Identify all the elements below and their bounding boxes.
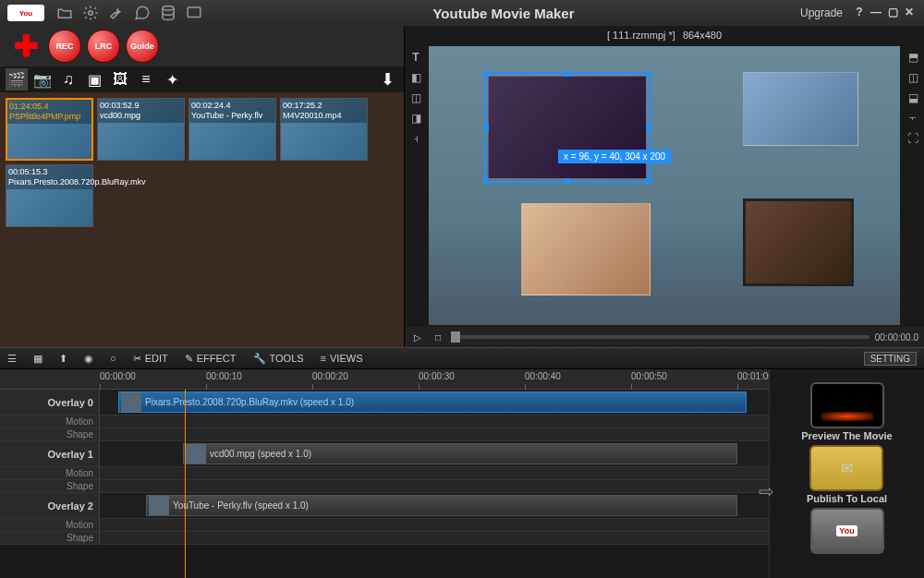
upgrade-link[interactable]: Upgrade bbox=[800, 6, 843, 19]
track-label: Overlay 0 bbox=[0, 390, 100, 415]
track-subrow: Motion bbox=[0, 467, 769, 480]
tools-button[interactable]: 🔧TOOLS bbox=[253, 353, 304, 365]
timeline: 00:00:0000:00:1000:00:2000:00:3000:00:40… bbox=[0, 369, 769, 578]
media-item[interactable]: 00:05:15.3Pixars.Presto.2008.720p.BluRay… bbox=[6, 164, 93, 227]
record-button[interactable]: REC bbox=[48, 30, 81, 63]
preview-movie-icon bbox=[810, 382, 884, 428]
settings-icon[interactable] bbox=[78, 0, 103, 26]
timeline-clip[interactable]: vcd00.mpg (speed x 1.0) bbox=[183, 443, 737, 464]
play-icon[interactable]: ◉ bbox=[84, 353, 93, 365]
close-button[interactable]: ✕ bbox=[902, 6, 917, 20]
selected-overlay[interactable] bbox=[484, 72, 650, 183]
align-left-icon[interactable]: ◧ bbox=[407, 68, 425, 87]
timeline-clip[interactable]: Pixars.Presto.2008.720p.BluRay.mkv (spee… bbox=[118, 391, 747, 413]
track-sublabel: Motion bbox=[0, 519, 100, 531]
track-subcontent[interactable] bbox=[100, 415, 769, 427]
music-tab-icon[interactable]: ♫ bbox=[57, 68, 79, 90]
timeline-clip[interactable]: YouTube - Perky.flv (speed x 1.0) bbox=[146, 495, 737, 516]
effect-button[interactable]: ✎EFFECT bbox=[185, 353, 237, 365]
media-panel: ✚ REC LRC Guide 🎬 📷 ♫ ▣ 🖼 ≡ ✦ ⬇ 01:24:05… bbox=[0, 26, 405, 347]
guide-button[interactable]: Guide bbox=[126, 30, 159, 63]
media-item[interactable]: 00:02:24.4YouTube - Perky.flv bbox=[188, 98, 276, 161]
app-logo: You bbox=[7, 5, 44, 21]
overlay-pic-4[interactable] bbox=[743, 199, 854, 286]
text-tab-icon[interactable]: ▣ bbox=[83, 68, 105, 90]
track-row: Overlay 0 Pixars.Presto.2008.720p.BluRay… bbox=[0, 390, 769, 415]
window-controls: ? — ▢ ✕ bbox=[852, 6, 917, 20]
track-sublabel: Shape bbox=[0, 480, 100, 492]
play-button[interactable]: ▷ bbox=[410, 330, 425, 344]
effects-tab-icon[interactable]: ✦ bbox=[161, 68, 183, 90]
image-tab-icon[interactable]: 🖼 bbox=[109, 68, 131, 90]
lrc-button[interactable]: LRC bbox=[87, 30, 120, 63]
align-right-icon[interactable]: ◨ bbox=[407, 109, 425, 127]
record-icon[interactable]: ○ bbox=[110, 353, 116, 364]
align-top-icon[interactable]: ⬒ bbox=[904, 48, 922, 66]
grid-icon[interactable]: ▦ bbox=[33, 353, 43, 365]
views-button[interactable]: ≡VIEWS bbox=[321, 353, 363, 364]
distribute-v-icon[interactable]: ⫟ bbox=[904, 109, 922, 127]
track-content[interactable]: vcd00.mpg (speed x 1.0) bbox=[100, 441, 769, 466]
add-button[interactable]: ✚ bbox=[9, 30, 43, 63]
expand-icon[interactable]: ⛶ bbox=[904, 129, 922, 148]
ruler-tick: 00:00:10 bbox=[206, 371, 242, 381]
publish-local-button[interactable]: ✉ Publish To Local bbox=[807, 445, 887, 504]
ruler-tick: 00:00:50 bbox=[631, 371, 667, 381]
ruler-tick: 00:00:40 bbox=[525, 371, 561, 381]
timeline-ruler[interactable]: 00:00:0000:00:1000:00:2000:00:3000:00:40… bbox=[0, 369, 769, 390]
playback-time: 00:00:00.0 bbox=[875, 332, 918, 343]
video-tab-icon[interactable]: 🎬 bbox=[6, 68, 28, 90]
playhead[interactable] bbox=[185, 390, 186, 578]
track-subrow: Shape bbox=[0, 532, 769, 545]
help-button[interactable]: ? bbox=[852, 6, 867, 20]
open-icon[interactable] bbox=[52, 0, 78, 26]
wrench-icon[interactable] bbox=[103, 0, 129, 26]
photo-tab-icon[interactable]: 📷 bbox=[31, 68, 54, 90]
stop-button[interactable]: □ bbox=[431, 330, 445, 344]
preview-row: T ◧ ◫ ◨ ⫞ x = 96, y = 40, 304 x 200 bbox=[405, 44, 924, 327]
distribute-h-icon[interactable]: ⫞ bbox=[407, 129, 425, 148]
overlay-pic-2[interactable] bbox=[743, 72, 858, 146]
bottom-section: 00:00:0000:00:1000:00:2000:00:3000:00:40… bbox=[0, 369, 924, 578]
preview-movie-button[interactable]: Preview The Movie bbox=[801, 382, 892, 441]
track-content[interactable]: Pixars.Presto.2008.720p.BluRay.mkv (spee… bbox=[100, 390, 769, 415]
align-bottom-icon[interactable]: ⬓ bbox=[904, 89, 922, 107]
youtube-icon: You bbox=[810, 508, 884, 554]
align-center-h-icon[interactable]: ◫ bbox=[407, 89, 425, 107]
download-icon[interactable]: ⬇ bbox=[376, 68, 398, 90]
track-subcontent[interactable] bbox=[100, 428, 769, 440]
right-preview-tools: ⬒ ◫ ⬓ ⫟ ⛶ bbox=[902, 44, 924, 327]
track-content[interactable]: YouTube - Perky.flv (speed x 1.0) bbox=[100, 493, 769, 518]
track-subcontent[interactable] bbox=[100, 480, 769, 492]
track-sublabel: Motion bbox=[0, 467, 100, 479]
track-label: Overlay 2 bbox=[0, 493, 100, 518]
text-tool-icon[interactable]: T bbox=[407, 48, 425, 66]
track-subcontent[interactable] bbox=[100, 519, 769, 531]
edit-button[interactable]: ✂EDIT bbox=[133, 353, 168, 365]
media-item[interactable]: 00:17:25.2M4V20010.mp4 bbox=[280, 98, 368, 161]
top-section: ✚ REC LRC Guide 🎬 📷 ♫ ▣ 🖼 ≡ ✦ ⬇ 01:24:05… bbox=[0, 26, 924, 347]
monitor-icon[interactable] bbox=[181, 0, 207, 26]
playback-slider[interactable] bbox=[451, 335, 869, 339]
media-item[interactable]: 00:03:52.9vcd00.mpg bbox=[97, 98, 185, 161]
track-subrow: Shape bbox=[0, 428, 769, 441]
track-subcontent[interactable] bbox=[100, 467, 769, 479]
setting-button[interactable]: SETTING bbox=[864, 352, 917, 366]
youtube-button[interactable]: You bbox=[810, 508, 884, 554]
menu-icon[interactable]: ☰ bbox=[7, 353, 17, 365]
track-subcontent[interactable] bbox=[100, 532, 769, 544]
track-sublabel: Shape bbox=[0, 532, 100, 544]
track-subrow: Motion bbox=[0, 519, 769, 532]
preview-canvas[interactable]: x = 96, y = 40, 304 x 200 bbox=[429, 46, 900, 325]
up-icon[interactable]: ⬆ bbox=[59, 353, 67, 365]
align-middle-v-icon[interactable]: ◫ bbox=[904, 68, 922, 87]
output-actions: ⇨ Preview The Movie ✉ Publish To Local Y… bbox=[769, 369, 924, 578]
maximize-button[interactable]: ▢ bbox=[885, 6, 900, 20]
database-icon[interactable] bbox=[155, 0, 181, 26]
list-tab-icon[interactable]: ≡ bbox=[135, 68, 157, 90]
chat-icon[interactable] bbox=[129, 0, 155, 26]
media-item[interactable]: 01:24:05.4PSPlittle4PMP.pmp bbox=[6, 98, 93, 161]
overlay-pic-3[interactable] bbox=[521, 203, 650, 295]
minimize-button[interactable]: — bbox=[869, 6, 883, 20]
ruler-tick: 00:00:30 bbox=[419, 371, 455, 381]
